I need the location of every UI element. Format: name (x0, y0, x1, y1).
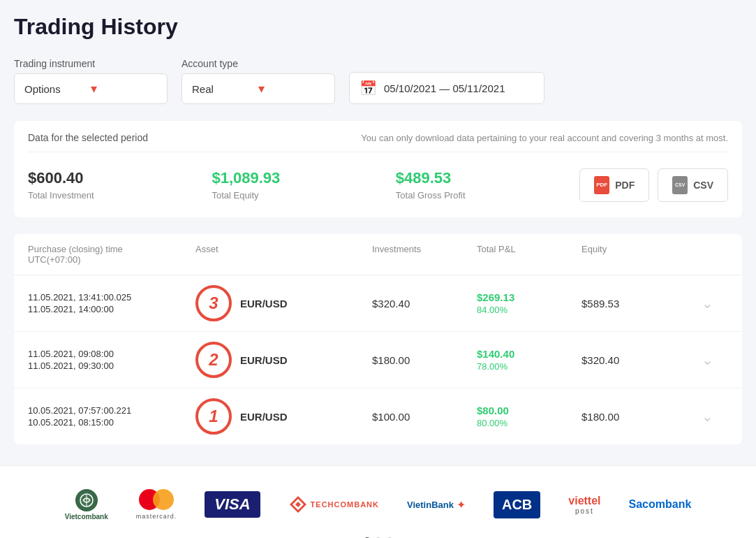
instrument-select[interactable]: Options ▾ (14, 73, 168, 104)
period-section: Data for the selected period You can onl… (14, 121, 742, 217)
time-close-1: 11.05.2021, 14:00:00 (28, 304, 195, 314)
pnl-pct-1: 84.00% (477, 305, 581, 315)
instrument-label: Trading instrument (14, 58, 168, 69)
date-range-filter-group: Date 📅 05/10/2021 — 05/11/2021 (349, 57, 544, 104)
logo-mastercard: mastercard. (136, 487, 177, 522)
logo-techcombank: TECHCOMBANK (288, 487, 379, 522)
mastercard-text: mastercard. (136, 513, 177, 520)
filters-row: Trading instrument Options ▾ Account typ… (14, 57, 742, 104)
pnl-cell-1: $269.13 84.00% (477, 291, 581, 315)
time-close-2: 11.05.2021, 09:30:00 (28, 361, 195, 371)
total-gross-profit-label: Total Gross Profit (396, 190, 579, 201)
equity-cell-2: $320.40 (581, 354, 686, 366)
instrument-chevron-icon: ▾ (91, 81, 157, 96)
pnl-value-3: $80.00 (477, 405, 581, 416)
investment-cell-1: $320.40 (372, 298, 477, 310)
footer-logos: Vietcombank mastercard. VISA TECHCOMBANK (14, 480, 742, 529)
total-investment-stat: $600.40 Total Investment (28, 163, 212, 206)
total-equity-value: $1,089.93 (212, 169, 395, 187)
asset-name-1: EUR/USD (240, 298, 288, 310)
pnl-cell-3: $80.00 80.00% (477, 405, 581, 428)
period-label: Data for the selected period (28, 132, 148, 143)
calendar-icon: 📅 (360, 80, 377, 96)
mastercard-orange-circle (153, 489, 174, 510)
date-range-value: 05/10/2021 — 05/11/2021 (384, 82, 505, 94)
vietinbank-text: VietinBank (407, 500, 454, 510)
table-row: 11.05.2021, 09:08:00 11.05.2021, 09:30:0… (14, 332, 742, 388)
techcombank-icon (288, 495, 308, 514)
trade-badge-2: 2 (195, 342, 232, 378)
time-cell-3: 10.05.2021, 07:57:00.221 10.05.2021, 08:… (28, 405, 195, 428)
col-header-time: Purchase (closing) time UTC(+07:00) (28, 244, 195, 265)
pnl-value-1: $269.13 (477, 291, 581, 303)
investment-cell-3: $100.00 (372, 411, 477, 423)
time-close-3: 10.05.2021, 08:15:00 (28, 417, 195, 428)
col-header-total-pnl: Total P&L (477, 244, 581, 265)
account-type-select[interactable]: Real ▾ (181, 73, 335, 104)
csv-icon: CSV (672, 176, 688, 194)
logo-vietinbank: VietinBank ✦ (407, 487, 466, 522)
pdf-icon: PDF (594, 176, 609, 194)
techcombank-text: TECHCOMBANK (311, 500, 379, 509)
trade-badge-1: 1 (195, 398, 232, 435)
vietcombank-icon (75, 489, 98, 511)
viettel-text: viettel (568, 495, 600, 507)
pdf-export-button[interactable]: PDF PDF (579, 168, 649, 202)
table-row: 11.05.2021, 13:41:00.025 11.05.2021, 14:… (14, 275, 742, 332)
trades-table: Purchase (closing) time UTC(+07:00) Asse… (14, 234, 742, 444)
time-cell-2: 11.05.2021, 09:08:00 11.05.2021, 09:30:0… (28, 349, 195, 371)
time-open-1: 11.05.2021, 13:41:00.025 (28, 292, 195, 303)
row-expand-button-1[interactable]: ⌄ (686, 295, 728, 312)
total-gross-profit-stat: $489.53 Total Gross Profit (396, 163, 579, 206)
col-header-equity: Equity (581, 244, 686, 265)
vietinbank-star-icon: ✦ (457, 498, 466, 511)
logo-visa: VISA (205, 487, 260, 522)
total-equity-label: Total Equity (212, 190, 395, 201)
col-header-expand (686, 244, 728, 265)
mastercard-circles-icon (139, 489, 174, 510)
viettel-post-text: post (575, 507, 594, 515)
export-buttons: PDF PDF CSV CSV (579, 168, 728, 202)
time-cell-1: 11.05.2021, 13:41:00.025 11.05.2021, 14:… (28, 292, 195, 314)
col-header-investments: Investments (372, 244, 477, 265)
trade-badge-3: 3 (195, 285, 232, 321)
row-expand-button-2[interactable]: ⌄ (686, 351, 728, 368)
carousel-dots (14, 529, 742, 538)
csv-label: CSV (693, 180, 713, 191)
account-type-label: Account type (181, 58, 335, 69)
period-header: Data for the selected period You can onl… (28, 132, 728, 152)
table-header: Purchase (closing) time UTC(+07:00) Asse… (14, 234, 742, 275)
asset-cell-2: 2 EUR/USD (195, 342, 372, 378)
equity-cell-3: $180.00 (581, 411, 686, 423)
pnl-cell-2: $140.40 78.00% (477, 348, 581, 372)
account-type-value: Real (192, 83, 258, 95)
pnl-value-2: $140.40 (477, 348, 581, 360)
time-open-2: 11.05.2021, 09:08:00 (28, 349, 195, 359)
col-header-asset: Asset (195, 244, 372, 265)
pnl-pct-3: 80.00% (477, 418, 581, 428)
acb-text: ACB (494, 491, 540, 518)
time-open-3: 10.05.2021, 07:57:00.221 (28, 405, 195, 416)
date-range-picker[interactable]: 📅 05/10/2021 — 05/11/2021 (349, 72, 544, 104)
asset-cell-1: 3 EUR/USD (195, 285, 372, 321)
stats-row: $600.40 Total Investment $1,089.93 Total… (28, 163, 728, 206)
row-expand-button-3[interactable]: ⌄ (686, 408, 728, 425)
visa-text: VISA (205, 491, 260, 518)
logo-viettel-post: viettel post (568, 487, 600, 522)
pdf-label: PDF (615, 180, 635, 191)
investment-cell-2: $180.00 (372, 354, 477, 366)
total-investment-label: Total Investment (28, 190, 212, 201)
logo-vietcombank: Vietcombank (65, 487, 108, 522)
csv-export-button[interactable]: CSV CSV (658, 168, 728, 202)
instrument-filter-group: Trading instrument Options ▾ (14, 58, 168, 104)
total-gross-profit-value: $489.53 (396, 169, 579, 187)
logo-sacombank: Sacombank (629, 487, 692, 522)
asset-cell-3: 1 EUR/USD (195, 398, 372, 435)
account-type-chevron-icon: ▾ (258, 81, 325, 96)
sacombank-text: Sacombank (629, 498, 692, 511)
table-row: 10.05.2021, 07:57:00.221 10.05.2021, 08:… (14, 388, 742, 444)
total-investment-value: $600.40 (28, 169, 212, 187)
asset-name-2: EUR/USD (240, 354, 288, 366)
page-title: Trading History (14, 14, 742, 40)
account-type-filter-group: Account type Real ▾ (181, 58, 335, 104)
